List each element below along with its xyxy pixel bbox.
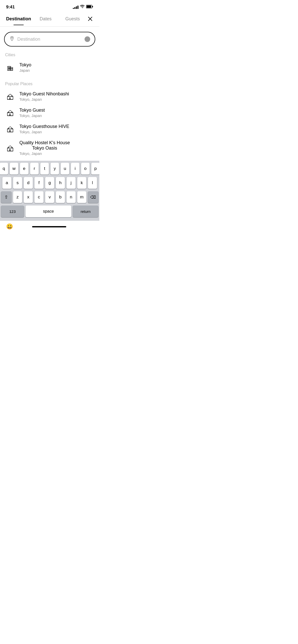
key-m[interactable]: m [77, 191, 86, 203]
key-delete[interactable]: ⌫ [88, 191, 98, 203]
cities-section-label: Cities [0, 49, 99, 59]
close-button[interactable] [86, 15, 94, 23]
svg-rect-25 [9, 114, 10, 115]
key-a[interactable]: a [2, 177, 11, 189]
place-icon-2 [5, 124, 15, 134]
svg-rect-10 [10, 67, 10, 68]
nav-tabs: Destination Dates Guests [0, 12, 99, 27]
svg-rect-41 [9, 149, 10, 151]
status-time: 9:41 [6, 5, 15, 10]
key-j[interactable]: j [66, 177, 76, 189]
text-cursor [85, 36, 90, 42]
svg-rect-17 [9, 98, 10, 99]
keyboard[interactable]: q w e r t y u i o p a s d f g h j k l ⇧ … [0, 161, 99, 221]
key-return[interactable]: return [73, 206, 98, 217]
tab-dates[interactable]: Dates [32, 16, 59, 25]
building-icon [5, 62, 15, 72]
home-indicator [32, 226, 66, 227]
keyboard-row-2: a s d f g h j k l [1, 177, 98, 189]
key-n[interactable]: n [66, 191, 76, 203]
place-icon-0 [5, 91, 15, 101]
key-123[interactable]: 123 [1, 206, 24, 217]
key-x[interactable]: x [24, 191, 33, 203]
key-o[interactable]: o [81, 163, 90, 174]
key-q[interactable]: q [0, 163, 8, 174]
key-shift[interactable]: ⇧ [1, 191, 11, 203]
bottom-bar: 😀 [0, 221, 99, 232]
search-placeholder: Destination [17, 37, 82, 42]
place-item-1[interactable]: Tokyo Guest Tokyo, Japan [0, 105, 99, 121]
city-item-tokyo[interactable]: Tokyo Japan [0, 59, 99, 76]
svg-rect-1 [92, 6, 93, 7]
key-y[interactable]: y [50, 163, 59, 174]
wifi-icon [80, 5, 85, 9]
key-p[interactable]: p [91, 163, 99, 174]
svg-rect-12 [10, 69, 10, 69]
city-text-tokyo: Tokyo Japan [19, 62, 31, 72]
svg-point-5 [11, 37, 13, 38]
key-w[interactable]: w [10, 163, 18, 174]
key-space[interactable]: space [25, 206, 71, 217]
popular-section-label: Popular Places [0, 78, 99, 88]
search-box[interactable]: Destination [4, 32, 95, 47]
status-bar: 9:41 [0, 0, 99, 12]
battery-icon [86, 5, 93, 9]
key-r[interactable]: r [30, 163, 39, 174]
key-b[interactable]: b [56, 191, 65, 203]
place-text-3: Quality Hostel K's HouseTokyo Oasis Toky… [19, 140, 70, 156]
key-u[interactable]: u [61, 163, 69, 174]
place-text-2: Tokyo Guesthouse HIVE Tokyo, Japan [19, 124, 69, 134]
svg-rect-7 [11, 67, 13, 70]
svg-rect-33 [9, 130, 10, 131]
key-k[interactable]: k [77, 177, 86, 189]
svg-rect-13 [11, 68, 12, 69]
tab-guests[interactable]: Guests [59, 16, 86, 25]
emoji-button[interactable]: 😀 [5, 222, 14, 231]
place-icon-3 [5, 143, 15, 153]
place-text-0: Tokyo Guest Nihonbashi Tokyo, Japan [19, 91, 69, 101]
key-g[interactable]: g [45, 177, 54, 189]
svg-rect-11 [8, 69, 9, 69]
keyboard-row-1: q w e r t y u i o p [1, 163, 98, 174]
signal-icon [73, 6, 78, 9]
place-icon-1 [5, 108, 15, 118]
tab-destination[interactable]: Destination [5, 16, 32, 25]
keyboard-row-3: ⇧ z x c v b n m ⌫ [1, 191, 98, 203]
key-l[interactable]: l [88, 177, 97, 189]
status-icons [73, 5, 93, 9]
place-item-0[interactable]: Tokyo Guest Nihonbashi Tokyo, Japan [0, 88, 99, 105]
svg-rect-6 [8, 66, 11, 70]
key-z[interactable]: z [13, 191, 22, 203]
svg-rect-2 [87, 5, 91, 8]
key-t[interactable]: t [40, 163, 49, 174]
key-s[interactable]: s [13, 177, 22, 189]
svg-rect-9 [8, 67, 9, 68]
place-item-3[interactable]: Quality Hostel K's HouseTokyo Oasis Toky… [0, 137, 99, 159]
key-f[interactable]: f [34, 177, 44, 189]
place-text-1: Tokyo Guest Tokyo, Japan [19, 108, 45, 118]
key-i[interactable]: i [71, 163, 79, 174]
key-c[interactable]: c [34, 191, 44, 203]
location-pin-icon [9, 36, 15, 42]
key-h[interactable]: h [56, 177, 65, 189]
key-v[interactable]: v [45, 191, 54, 203]
key-d[interactable]: d [24, 177, 33, 189]
place-item-2[interactable]: Tokyo Guesthouse HIVE Tokyo, Japan [0, 121, 99, 137]
keyboard-row-4: 123 space return [1, 206, 98, 217]
search-container: Destination [0, 27, 99, 49]
key-e[interactable]: e [20, 163, 29, 174]
